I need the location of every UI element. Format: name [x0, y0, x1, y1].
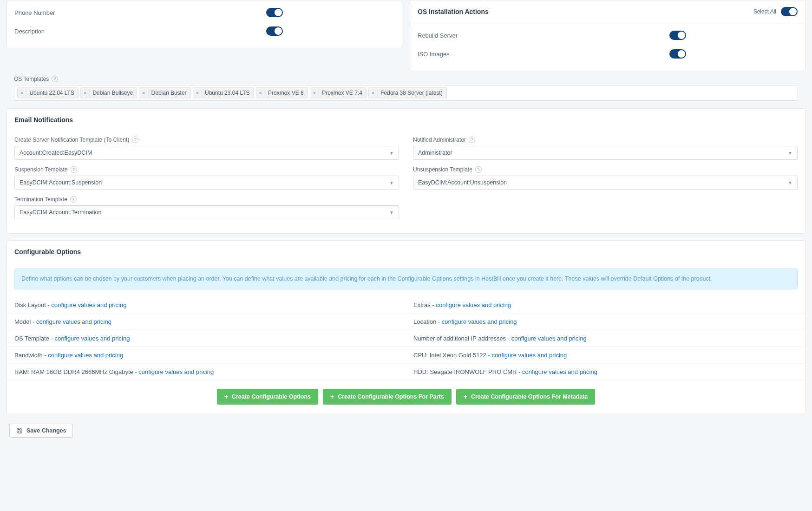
os-template-tag[interactable]: ×Ubuntu 23.04 LTS: [193, 87, 254, 98]
configure-link[interactable]: configure values and pricing: [436, 301, 511, 308]
label-description: Description: [14, 28, 45, 35]
close-icon[interactable]: ×: [369, 89, 378, 97]
save-button[interactable]: Save Changes: [9, 424, 73, 438]
susp-tpl-select[interactable]: EasyDCIM:Account:Suspension▼: [14, 176, 399, 190]
configure-link[interactable]: configure values and pricing: [54, 335, 130, 342]
tag-label: Proxmox VE 8: [265, 88, 308, 98]
option-label: Disk Layout: [14, 301, 46, 308]
close-icon[interactable]: ×: [81, 89, 90, 97]
option-label: Model: [14, 318, 31, 325]
create-tpl-select[interactable]: Account:Created:EasyDCIM▼: [14, 146, 399, 160]
tag-label: Ubuntu 22.04 LTS: [26, 88, 78, 98]
unsusp-tpl-select[interactable]: EasyDCIM:Account:Unsuspension▼: [413, 176, 798, 190]
configure-link[interactable]: configure values and pricing: [36, 318, 111, 325]
os-template-tag[interactable]: ×Ubuntu 22.04 LTS: [17, 87, 79, 98]
help-icon[interactable]: ?: [475, 166, 482, 173]
configure-link[interactable]: configure values and pricing: [51, 301, 126, 308]
config-option-row: CPU: Intel Xeon Gold 5122 - configure va…: [406, 347, 805, 364]
os-actions-title: OS Installation Actions: [418, 8, 489, 15]
chevron-down-icon: ▼: [788, 151, 792, 156]
close-icon[interactable]: ×: [193, 89, 202, 97]
term-tpl-label: Termination Template: [14, 196, 67, 203]
save-icon: [16, 427, 23, 434]
label-rebuild: Rebuild Server: [418, 32, 458, 39]
unsusp-tpl-label: Unsuspension Template: [413, 166, 472, 173]
os-template-tag[interactable]: ×Debian Bullseye: [80, 87, 137, 98]
tag-label: Debian Bullseye: [90, 88, 137, 98]
configurable-options-card: Configurable Options Define what options…: [7, 240, 805, 414]
os-template-tag[interactable]: ×Proxmox VE 8: [256, 87, 308, 98]
os-template-tag[interactable]: ×Fedora 38 Server (latest): [368, 87, 447, 98]
select-all-label: Select All: [753, 8, 776, 15]
config-option-row: Number of additional IP addresses - conf…: [406, 330, 805, 347]
close-icon[interactable]: ×: [256, 89, 265, 97]
toggle-iso[interactable]: [669, 49, 686, 59]
option-label: RAM: RAM 16GB DDR4 2666MHz Gigabyte: [14, 368, 133, 375]
help-icon[interactable]: ?: [71, 166, 77, 173]
tag-label: Fedora 38 Server (latest): [378, 88, 446, 98]
config-option-row: Extras - configure values and pricing: [406, 297, 805, 314]
label-phone: Phone Number: [14, 9, 55, 16]
option-label: Bandwidth: [14, 352, 43, 359]
os-actions-card: OS Installation Actions Select All Rebui…: [410, 0, 805, 71]
admin-select[interactable]: Administrator▼: [413, 146, 798, 160]
label-iso: ISO Images: [418, 51, 450, 58]
susp-tpl-label: Suspension Template: [14, 166, 68, 173]
configure-link[interactable]: configure values and pricing: [522, 368, 597, 375]
close-icon[interactable]: ×: [310, 89, 319, 97]
tag-label: Proxmox VE 7.4: [319, 88, 366, 98]
os-templates-input[interactable]: ×Ubuntu 22.04 LTS×Debian Bullseye×Debian…: [14, 85, 798, 101]
config-alert: Define what options can be chosen by you…: [14, 269, 798, 289]
option-label: Number of additional IP addresses: [413, 335, 506, 342]
email-notifications-card: Email Notifications Create Server Notifi…: [7, 108, 805, 234]
chevron-down-icon: ▼: [389, 180, 394, 185]
configure-link[interactable]: configure values and pricing: [491, 352, 567, 359]
config-option-row: Model - configure values and pricing: [7, 314, 406, 330]
email-title: Email Notifications: [7, 109, 805, 129]
chevron-down-icon: ▼: [389, 151, 394, 156]
row-iso: ISO Images: [418, 45, 798, 63]
config-option-row: RAM: RAM 16GB DDR4 2666MHz Gigabyte - co…: [7, 364, 406, 380]
os-templates-section: OS Templates ? ×Ubuntu 22.04 LTS×Debian …: [7, 76, 805, 101]
row-phone: Phone Number: [14, 3, 394, 22]
create-tpl-label: Create Server Notification Template (To …: [14, 137, 129, 143]
create-config-btn[interactable]: +Create Configurable Options: [217, 389, 318, 405]
create-config-parts-btn[interactable]: +Create Configurable Options For Parts: [323, 389, 452, 405]
help-icon[interactable]: ?: [132, 137, 138, 143]
config-title: Configurable Options: [7, 241, 805, 261]
option-label: CPU: Intel Xeon Gold 5122: [413, 352, 486, 359]
option-label: Location: [413, 318, 436, 325]
close-icon[interactable]: ×: [139, 89, 148, 97]
admin-label: Notified Administrator: [413, 137, 466, 143]
os-templates-label: OS Templates: [14, 76, 49, 82]
config-option-row: HDD: Seagate IRONWOLF PRO CMR - configur…: [406, 364, 805, 380]
close-icon[interactable]: ×: [18, 89, 26, 97]
create-config-meta-btn[interactable]: +Create Configurable Options For Metadat…: [456, 389, 596, 405]
configure-link[interactable]: configure values and pricing: [442, 318, 517, 325]
toggle-phone[interactable]: [266, 8, 283, 17]
help-icon[interactable]: ?: [70, 196, 77, 203]
configure-link[interactable]: configure values and pricing: [511, 335, 587, 342]
toggle-rebuild[interactable]: [669, 31, 686, 40]
plus-icon: +: [464, 393, 467, 400]
os-template-tag[interactable]: ×Debian Buster: [139, 87, 190, 98]
option-label: HDD: Seagate IRONWOLF PRO CMR: [413, 368, 517, 375]
term-tpl-select[interactable]: EasyDCIM:Account:Termination▼: [14, 205, 399, 219]
os-template-tag[interactable]: ×Proxmox VE 7.4: [310, 87, 367, 98]
option-label: OS Template: [14, 335, 49, 342]
plus-icon: +: [330, 393, 334, 400]
chevron-down-icon: ▼: [788, 180, 792, 185]
config-option-row: OS Template - configure values and prici…: [7, 330, 406, 347]
row-description: Description: [14, 22, 394, 40]
config-option-row: Bandwidth - configure values and pricing: [7, 347, 406, 364]
config-option-row: Disk Layout - configure values and prici…: [7, 297, 406, 314]
toggle-description[interactable]: [266, 26, 283, 36]
tag-label: Debian Buster: [149, 88, 190, 98]
configure-link[interactable]: configure values and pricing: [138, 368, 214, 375]
help-icon[interactable]: ?: [469, 137, 475, 143]
row-rebuild: Rebuild Server: [418, 26, 798, 45]
chevron-down-icon: ▼: [389, 210, 394, 215]
toggle-select-all-os[interactable]: [781, 7, 798, 16]
configure-link[interactable]: configure values and pricing: [48, 352, 123, 359]
help-icon[interactable]: ?: [52, 76, 58, 82]
